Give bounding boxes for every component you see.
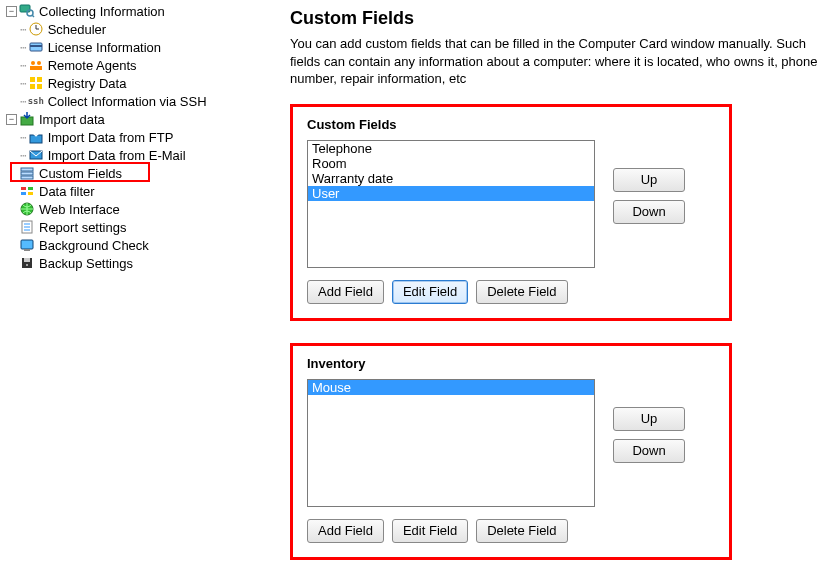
- filter-icon: [19, 183, 35, 199]
- collapse-toggle-icon[interactable]: −: [6, 6, 17, 17]
- tree-item-label: Scheduler: [48, 22, 107, 37]
- tree-item-label: Custom Fields: [39, 166, 122, 181]
- field-listbox[interactable]: Mouse: [307, 379, 595, 507]
- list-item[interactable]: Warranty date: [308, 171, 594, 186]
- svg-rect-14: [30, 84, 35, 89]
- svg-rect-12: [30, 77, 35, 82]
- tree-item-label: Import data: [39, 112, 105, 127]
- svg-rect-15: [37, 84, 42, 89]
- ftp-icon: [28, 129, 44, 145]
- field-listbox[interactable]: TelephoneRoomWarranty dateUser: [307, 140, 595, 268]
- tree-item-custom-fields[interactable]: Custom Fields: [0, 164, 290, 182]
- registry-icon: [28, 75, 44, 91]
- tree-item-scheduler[interactable]: ⋯Scheduler: [0, 20, 290, 38]
- group-title: Custom Fields: [307, 117, 715, 132]
- edit-field-button[interactable]: Edit Field: [392, 280, 468, 304]
- up-button[interactable]: Up: [613, 168, 685, 192]
- list-item[interactable]: Telephone: [308, 141, 594, 156]
- main-panel: Custom Fields You can add custom fields …: [290, 0, 832, 586]
- tree-item-label: Data filter: [39, 184, 95, 199]
- tree-item-label: Collect Information via SSH: [48, 94, 207, 109]
- collapse-toggle-icon[interactable]: −: [6, 114, 17, 125]
- group-title: Inventory: [307, 356, 715, 371]
- tree-item-backup-settings[interactable]: Backup Settings: [0, 254, 290, 272]
- tree-item-data-filter[interactable]: Data filter: [0, 182, 290, 200]
- svg-rect-25: [28, 192, 33, 195]
- tree-lines: ⋯: [20, 77, 26, 90]
- svg-rect-32: [24, 249, 30, 251]
- svg-point-8: [31, 61, 35, 65]
- sidebar: −Collecting Information⋯Scheduler⋯Licens…: [0, 0, 290, 586]
- list-item[interactable]: Mouse: [308, 380, 594, 395]
- tree-item-collect-information-via-ssh[interactable]: ⋯sshCollect Information via SSH: [0, 92, 290, 110]
- tree-item-background-check[interactable]: Background Check: [0, 236, 290, 254]
- page-title: Custom Fields: [290, 8, 832, 29]
- import-icon: [19, 111, 35, 127]
- tree-item-registry-data[interactable]: ⋯Registry Data: [0, 74, 290, 92]
- svg-rect-20: [21, 172, 33, 175]
- tree-item-collecting-information[interactable]: −Collecting Information: [0, 2, 290, 20]
- edit-field-button[interactable]: Edit Field: [392, 519, 468, 543]
- ssh-icon: ssh: [28, 93, 44, 109]
- tree-item-label: Registry Data: [48, 76, 127, 91]
- svg-rect-19: [21, 168, 33, 171]
- clock-icon: [28, 21, 44, 37]
- down-button[interactable]: Down: [613, 439, 685, 463]
- tree-item-label: Backup Settings: [39, 256, 133, 271]
- group-inventory: InventoryMouseUpDownAdd FieldEdit FieldD…: [290, 343, 732, 560]
- svg-point-9: [37, 61, 41, 65]
- tree-lines: ⋯: [20, 59, 26, 72]
- svg-rect-34: [24, 258, 30, 262]
- list-item[interactable]: User: [308, 186, 594, 201]
- tree-lines: ⋯: [20, 149, 26, 162]
- up-button[interactable]: Up: [613, 407, 685, 431]
- tree-item-import-data-from-ftp[interactable]: ⋯Import Data from FTP: [0, 128, 290, 146]
- svg-rect-31: [21, 240, 33, 249]
- svg-rect-11: [36, 66, 42, 70]
- svg-line-2: [32, 15, 34, 17]
- svg-point-35: [26, 264, 28, 266]
- svg-rect-22: [21, 187, 26, 190]
- tree-item-label: Remote Agents: [48, 58, 137, 73]
- backup-icon: [19, 255, 35, 271]
- tree-item-label: Import Data from FTP: [48, 130, 174, 145]
- bgcheck-icon: [19, 237, 35, 253]
- svg-rect-7: [30, 45, 42, 47]
- tree-item-report-settings[interactable]: Report settings: [0, 218, 290, 236]
- card-icon: [28, 39, 44, 55]
- fields-icon: [19, 165, 35, 181]
- tree-item-license-information[interactable]: ⋯License Information: [0, 38, 290, 56]
- tree-item-label: Report settings: [39, 220, 126, 235]
- add-field-button[interactable]: Add Field: [307, 280, 384, 304]
- tree-lines: ⋯: [20, 131, 26, 144]
- email-icon: [28, 147, 44, 163]
- tree-item-web-interface[interactable]: Web Interface: [0, 200, 290, 218]
- tree-item-label: Import Data from E-Mail: [48, 148, 186, 163]
- magnifier-pc-icon: [19, 3, 35, 19]
- tree-lines: ⋯: [20, 23, 26, 36]
- svg-rect-13: [37, 77, 42, 82]
- tree-item-label: Background Check: [39, 238, 149, 253]
- tree-item-import-data[interactable]: −Import data: [0, 110, 290, 128]
- report-icon: [19, 219, 35, 235]
- svg-rect-23: [28, 187, 33, 190]
- down-button[interactable]: Down: [613, 200, 685, 224]
- page-description: You can add custom fields that can be fi…: [290, 35, 832, 88]
- tree-item-label: Collecting Information: [39, 4, 165, 19]
- tree-item-label: Web Interface: [39, 202, 120, 217]
- tree-item-import-data-from-e-mail[interactable]: ⋯Import Data from E-Mail: [0, 146, 290, 164]
- tree-lines: ⋯: [20, 95, 26, 108]
- agents-icon: [28, 57, 44, 73]
- globe-icon: [19, 201, 35, 217]
- delete-field-button[interactable]: Delete Field: [476, 280, 567, 304]
- tree-lines: ⋯: [20, 41, 26, 54]
- list-item[interactable]: Room: [308, 156, 594, 171]
- add-field-button[interactable]: Add Field: [307, 519, 384, 543]
- tree-item-label: License Information: [48, 40, 161, 55]
- delete-field-button[interactable]: Delete Field: [476, 519, 567, 543]
- svg-rect-10: [30, 66, 36, 70]
- svg-rect-21: [21, 176, 33, 179]
- group-custom-fields: Custom FieldsTelephoneRoomWarranty dateU…: [290, 104, 732, 321]
- tree-item-remote-agents[interactable]: ⋯Remote Agents: [0, 56, 290, 74]
- svg-rect-24: [21, 192, 26, 195]
